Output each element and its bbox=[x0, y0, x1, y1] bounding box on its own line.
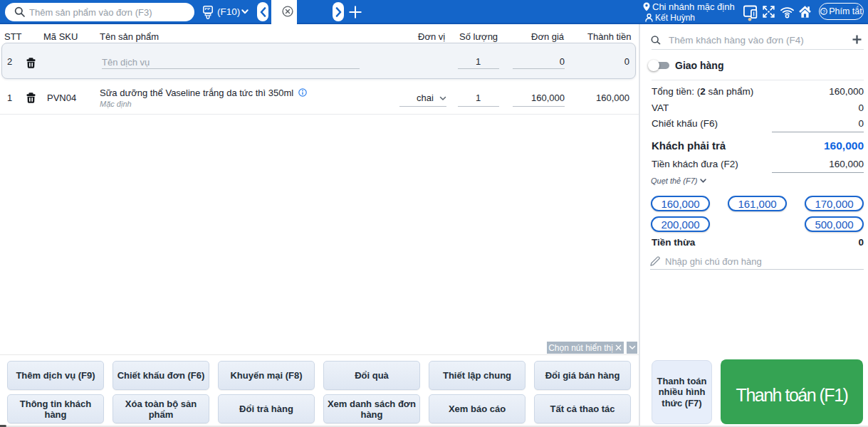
svg-text:?: ? bbox=[822, 9, 825, 14]
